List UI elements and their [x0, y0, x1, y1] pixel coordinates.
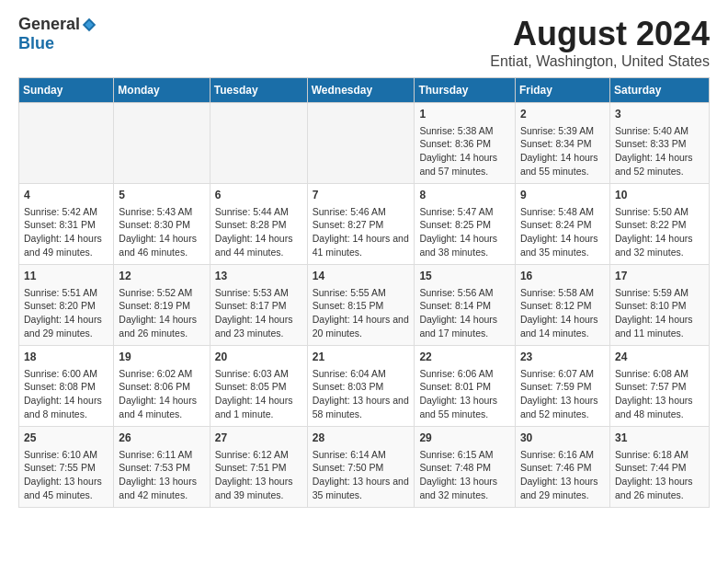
calendar-cell: 20Sunrise: 6:03 AMSunset: 8:05 PMDayligh… — [210, 346, 307, 427]
cell-text: Daylight: 14 hours and 52 minutes. — [615, 151, 704, 178]
day-number: 14 — [313, 269, 410, 284]
cell-text: Sunset: 8:25 PM — [419, 218, 510, 232]
logo-icon — [81, 17, 97, 33]
calendar-cell: 6Sunrise: 5:44 AMSunset: 8:28 PMDaylight… — [210, 184, 307, 265]
cell-text: Sunset: 7:50 PM — [313, 461, 410, 475]
cell-text: Sunset: 8:19 PM — [119, 299, 204, 313]
calendar-cell: 8Sunrise: 5:47 AMSunset: 8:25 PMDaylight… — [415, 184, 516, 265]
calendar-cell: 12Sunrise: 5:52 AMSunset: 8:19 PMDayligh… — [114, 265, 210, 346]
cell-text: Sunrise: 6:15 AM — [419, 448, 510, 462]
logo-general-text: General — [18, 15, 80, 34]
week-row-4: 18Sunrise: 6:00 AMSunset: 8:08 PMDayligh… — [19, 346, 710, 427]
day-number: 29 — [419, 431, 510, 446]
cell-text: Sunrise: 6:03 AM — [215, 367, 302, 381]
cell-text: Daylight: 14 hours and 26 minutes. — [119, 313, 204, 339]
cell-text: Sunset: 8:27 PM — [313, 218, 410, 232]
cell-text: Sunset: 7:59 PM — [520, 380, 605, 394]
cell-text: Sunset: 7:51 PM — [215, 461, 302, 475]
column-header-thursday: Thursday — [415, 78, 516, 103]
cell-text: Sunset: 8:31 PM — [24, 218, 108, 232]
day-number: 19 — [119, 350, 204, 365]
cell-text: Sunset: 8:12 PM — [520, 299, 605, 313]
day-number: 5 — [119, 188, 204, 203]
cell-text: Daylight: 14 hours and 17 minutes. — [419, 313, 510, 339]
cell-text: Sunrise: 6:12 AM — [215, 448, 302, 462]
cell-text: Sunset: 8:33 PM — [615, 137, 704, 151]
calendar-cell: 24Sunrise: 6:08 AMSunset: 7:57 PMDayligh… — [609, 346, 709, 427]
column-header-saturday: Saturday — [609, 78, 709, 103]
calendar-cell: 3Sunrise: 5:40 AMSunset: 8:33 PMDaylight… — [609, 103, 709, 184]
calendar-cell: 18Sunrise: 6:00 AMSunset: 8:08 PMDayligh… — [19, 346, 114, 427]
calendar-cell — [210, 103, 307, 184]
calendar-cell: 9Sunrise: 5:48 AMSunset: 8:24 PMDaylight… — [515, 184, 609, 265]
calendar-cell: 5Sunrise: 5:43 AMSunset: 8:30 PMDaylight… — [114, 184, 210, 265]
day-number: 8 — [419, 188, 510, 203]
cell-text: Sunrise: 6:11 AM — [119, 448, 204, 462]
cell-text: Daylight: 14 hours and 29 minutes. — [24, 313, 108, 339]
cell-text: Sunset: 8:06 PM — [119, 380, 204, 394]
cell-text: Sunset: 8:28 PM — [215, 218, 302, 232]
day-number: 20 — [215, 350, 302, 365]
cell-text: Daylight: 14 hours and 23 minutes. — [215, 313, 302, 339]
calendar-cell: 16Sunrise: 5:58 AMSunset: 8:12 PMDayligh… — [515, 265, 609, 346]
cell-text: Sunset: 8:03 PM — [313, 380, 410, 394]
calendar-cell: 25Sunrise: 6:10 AMSunset: 7:55 PMDayligh… — [19, 427, 114, 508]
calendar-cell: 7Sunrise: 5:46 AMSunset: 8:27 PMDaylight… — [307, 184, 415, 265]
calendar-cell: 29Sunrise: 6:15 AMSunset: 7:48 PMDayligh… — [415, 427, 516, 508]
calendar-table: SundayMondayTuesdayWednesdayThursdayFrid… — [18, 77, 710, 508]
cell-text: Daylight: 14 hours and 11 minutes. — [615, 313, 704, 339]
cell-text: Sunrise: 5:52 AM — [119, 286, 204, 300]
page-title: August 2024 — [490, 15, 710, 53]
calendar-cell — [19, 103, 114, 184]
cell-text: Sunrise: 6:08 AM — [615, 367, 704, 381]
day-number: 12 — [119, 269, 204, 284]
week-row-2: 4Sunrise: 5:42 AMSunset: 8:31 PMDaylight… — [19, 184, 710, 265]
cell-text: Sunrise: 5:48 AM — [520, 205, 605, 219]
cell-text: Daylight: 14 hours and 14 minutes. — [520, 313, 605, 339]
day-number: 30 — [520, 431, 605, 446]
day-number: 26 — [119, 431, 204, 446]
logo-blue-text: Blue — [18, 34, 54, 53]
cell-text: Daylight: 14 hours and 57 minutes. — [419, 151, 510, 178]
day-number: 2 — [520, 107, 605, 122]
calendar-cell: 15Sunrise: 5:56 AMSunset: 8:14 PMDayligh… — [415, 265, 516, 346]
calendar-cell: 4Sunrise: 5:42 AMSunset: 8:31 PMDaylight… — [19, 184, 114, 265]
cell-text: Sunset: 8:10 PM — [615, 299, 704, 313]
day-number: 22 — [419, 350, 510, 365]
cell-text: Sunrise: 5:58 AM — [520, 286, 605, 300]
cell-text: Sunset: 7:48 PM — [419, 461, 510, 475]
cell-text: Sunset: 7:46 PM — [520, 461, 605, 475]
cell-text: Sunset: 7:53 PM — [119, 461, 204, 475]
cell-text: Sunrise: 5:59 AM — [615, 286, 704, 300]
cell-text: Daylight: 13 hours and 35 minutes. — [313, 475, 410, 501]
calendar-cell: 10Sunrise: 5:50 AMSunset: 8:22 PMDayligh… — [609, 184, 709, 265]
cell-text: Daylight: 14 hours and 20 minutes. — [313, 313, 410, 339]
logo: General Blue — [18, 15, 97, 53]
cell-text: Sunrise: 5:39 AM — [520, 124, 605, 138]
day-number: 23 — [520, 350, 605, 365]
week-row-5: 25Sunrise: 6:10 AMSunset: 7:55 PMDayligh… — [19, 427, 710, 508]
column-header-sunday: Sunday — [19, 78, 114, 103]
cell-text: Sunrise: 5:55 AM — [313, 286, 410, 300]
cell-text: Daylight: 13 hours and 52 minutes. — [520, 394, 605, 420]
cell-text: Sunset: 8:08 PM — [24, 380, 108, 394]
cell-text: Sunset: 8:34 PM — [520, 137, 605, 151]
day-number: 27 — [215, 431, 302, 446]
cell-text: Sunrise: 6:16 AM — [520, 448, 605, 462]
cell-text: Sunset: 8:17 PM — [215, 299, 302, 313]
cell-text: Daylight: 13 hours and 48 minutes. — [615, 394, 704, 420]
day-number: 11 — [24, 269, 108, 284]
page-header: General Blue August 2024 Entiat, Washing… — [18, 15, 710, 70]
calendar-cell: 23Sunrise: 6:07 AMSunset: 7:59 PMDayligh… — [515, 346, 609, 427]
cell-text: Sunrise: 6:04 AM — [313, 367, 410, 381]
day-number: 31 — [615, 431, 704, 446]
cell-text: Daylight: 13 hours and 55 minutes. — [419, 394, 510, 420]
calendar-cell: 19Sunrise: 6:02 AMSunset: 8:06 PMDayligh… — [114, 346, 210, 427]
cell-text: Sunset: 8:05 PM — [215, 380, 302, 394]
cell-text: Sunrise: 6:18 AM — [615, 448, 704, 462]
calendar-header-row: SundayMondayTuesdayWednesdayThursdayFrid… — [19, 78, 710, 103]
day-number: 17 — [615, 269, 704, 284]
cell-text: Sunset: 7:44 PM — [615, 461, 704, 475]
day-number: 3 — [615, 107, 704, 122]
cell-text: Sunrise: 5:38 AM — [419, 124, 510, 138]
